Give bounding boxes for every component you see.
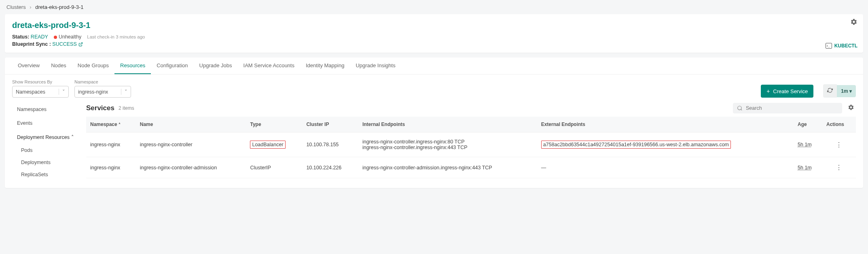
cell-internal-endpoints: ingress-nginx-controller-admission.ingre… bbox=[358, 157, 537, 178]
settings-gear-icon[interactable] bbox=[850, 18, 857, 27]
plus-icon: + bbox=[766, 88, 770, 94]
col-namespace[interactable]: Namespace˄ bbox=[86, 117, 136, 132]
svg-point-1 bbox=[738, 106, 741, 109]
kubectl-button[interactable]: ›_ KUBECTL bbox=[826, 43, 857, 49]
controls-row: Show Resources By Namespaces ˅ Namespace… bbox=[5, 75, 863, 102]
chevron-down-icon: ˅ bbox=[121, 89, 127, 95]
sidebar-item-events[interactable]: Events bbox=[12, 116, 79, 130]
tab-node-groups[interactable]: Node Groups bbox=[72, 58, 114, 74]
cell-type: ClusterIP bbox=[246, 157, 302, 178]
cell-namespace: ingress-nginx bbox=[86, 132, 136, 157]
svg-line-0 bbox=[80, 43, 82, 45]
item-count: 2 items bbox=[119, 105, 134, 111]
tab-configuration[interactable]: Configuration bbox=[151, 58, 193, 74]
cell-age: 5h 1m bbox=[794, 157, 822, 178]
cell-internal-endpoints: ingress-nginx-controller.ingress-nginx:8… bbox=[358, 132, 537, 157]
health-dot-icon bbox=[54, 36, 57, 39]
col-external-endpoints[interactable]: External Endpoints bbox=[537, 117, 794, 132]
search-icon bbox=[737, 105, 743, 111]
resources-card: OverviewNodesNode GroupsResourcesConfigu… bbox=[5, 58, 863, 188]
tab-resources[interactable]: Resources bbox=[114, 58, 151, 74]
refresh-interval-select[interactable]: 1m ▾ bbox=[837, 85, 856, 97]
breadcrumb: Clusters › dreta-eks-prod-9-3-1 bbox=[0, 0, 868, 14]
cell-actions: ⋮ bbox=[822, 157, 856, 178]
col-actions: Actions bbox=[822, 117, 856, 132]
cell-age: 5h 1m bbox=[794, 132, 822, 157]
chevron-up-icon: ˄ bbox=[71, 134, 74, 140]
sort-asc-icon: ˄ bbox=[119, 122, 121, 127]
row-actions-menu[interactable]: ⋮ bbox=[836, 164, 843, 171]
tab-iam-service-accounts[interactable]: IAM Service Accounts bbox=[238, 58, 300, 74]
status-value: READY bbox=[31, 34, 48, 40]
sidebar-item-replicasets[interactable]: ReplicaSets bbox=[12, 169, 79, 181]
col-internal-endpoints[interactable]: Internal Endpoints bbox=[358, 117, 537, 132]
last-checkin: Last check-in 3 minutes ago bbox=[87, 34, 145, 39]
tab-bar: OverviewNodesNode GroupsResourcesConfigu… bbox=[5, 58, 863, 75]
status-label: Status: bbox=[12, 34, 29, 40]
sidebar-item-deployments[interactable]: Deployments bbox=[12, 156, 79, 169]
cell-name: ingress-nginx-controller-admission bbox=[136, 157, 246, 178]
breadcrumb-separator: › bbox=[30, 4, 31, 10]
search-input[interactable] bbox=[746, 105, 838, 111]
cell-name: ingress-nginx-controller bbox=[136, 132, 246, 157]
svg-line-2 bbox=[741, 109, 742, 110]
show-by-select[interactable]: Namespaces ˅ bbox=[12, 86, 69, 98]
cell-cluster-ip: 10.100.224.226 bbox=[302, 157, 358, 178]
col-cluster-ip[interactable]: Cluster IP bbox=[302, 117, 358, 132]
tab-nodes[interactable]: Nodes bbox=[45, 58, 72, 74]
sidebar-group-deployment-resources[interactable]: Deployment Resources ˄ bbox=[12, 130, 79, 144]
blueprint-label: Blueprint Sync : bbox=[12, 41, 51, 47]
main-content: Services 2 items Namespace˄ Name Type Cl bbox=[86, 102, 856, 181]
cluster-title: dreta-eks-prod-9-3-1 bbox=[12, 21, 856, 30]
cell-external-endpoints: — bbox=[537, 157, 794, 178]
terminal-icon: ›_ bbox=[826, 43, 832, 49]
health-status: Unhealthy bbox=[59, 34, 81, 40]
sidebar-item-pods[interactable]: Pods bbox=[12, 144, 79, 156]
col-age[interactable]: Age bbox=[794, 117, 822, 132]
table-row: ingress-nginxingress-nginx-controller-ad… bbox=[86, 157, 856, 178]
cell-external-endpoints: a758ac2bbd63544c1a4927254015a1ef-9391965… bbox=[537, 132, 794, 157]
tab-identity-mapping[interactable]: Identity Mapping bbox=[300, 58, 350, 74]
tab-overview[interactable]: Overview bbox=[12, 58, 45, 74]
breadcrumb-current: dreta-eks-prod-9-3-1 bbox=[35, 4, 83, 10]
breadcrumb-root[interactable]: Clusters bbox=[6, 4, 26, 10]
table-settings-icon[interactable] bbox=[846, 102, 856, 113]
row-actions-menu[interactable]: ⋮ bbox=[836, 141, 843, 148]
refresh-button[interactable] bbox=[823, 84, 837, 98]
search-box[interactable] bbox=[733, 103, 842, 113]
cell-type: LoadBalancer bbox=[246, 132, 302, 157]
tab-upgrade-jobs[interactable]: Upgrade Jobs bbox=[194, 58, 238, 74]
chevron-down-icon: ˅ bbox=[59, 89, 65, 95]
namespace-label: Namespace bbox=[74, 79, 131, 84]
blueprint-value[interactable]: SUCCESS bbox=[52, 41, 83, 47]
table-row: ingress-nginxingress-nginx-controllerLoa… bbox=[86, 132, 856, 157]
cell-actions: ⋮ bbox=[822, 132, 856, 157]
refresh-icon bbox=[827, 88, 833, 93]
col-name[interactable]: Name bbox=[136, 117, 246, 132]
services-title: Services bbox=[86, 104, 114, 112]
col-type[interactable]: Type bbox=[246, 117, 302, 132]
resource-sidebar: Namespaces Events Deployment Resources ˄… bbox=[12, 102, 79, 181]
cluster-header-card: dreta-eks-prod-9-3-1 Status: READY Unhea… bbox=[5, 14, 863, 53]
external-link-icon bbox=[78, 42, 83, 47]
create-service-button[interactable]: + Create Service bbox=[761, 85, 813, 98]
tab-upgrade-insights[interactable]: Upgrade Insights bbox=[350, 58, 401, 74]
namespace-select[interactable]: ingress-nginx ˅ bbox=[74, 86, 131, 98]
cell-cluster-ip: 10.100.78.155 bbox=[302, 132, 358, 157]
show-by-label: Show Resources By bbox=[12, 79, 69, 84]
cell-namespace: ingress-nginx bbox=[86, 157, 136, 178]
sidebar-item-namespaces[interactable]: Namespaces bbox=[12, 102, 79, 116]
services-table: Namespace˄ Name Type Cluster IP Internal… bbox=[86, 117, 856, 178]
